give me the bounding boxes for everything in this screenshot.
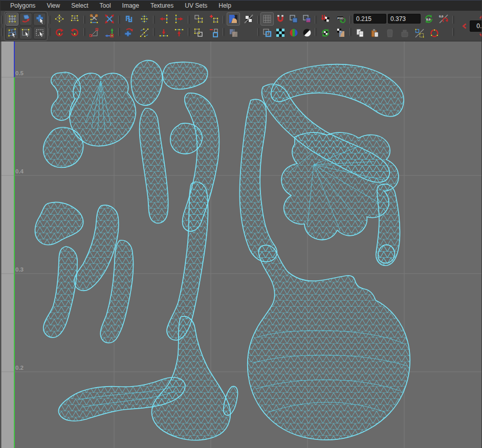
display-distortion-button[interactable] bbox=[300, 12, 314, 26]
align-uvs-down-button[interactable] bbox=[157, 26, 170, 39]
isolate-select-toggle-button[interactable] bbox=[192, 12, 205, 26]
cut-uvs-button[interactable] bbox=[87, 12, 101, 26]
isolate-select-remove-button[interactable] bbox=[207, 26, 221, 39]
paste-uvs-button[interactable] bbox=[368, 27, 382, 40]
toolbar-group-align bbox=[156, 12, 187, 40]
nudge-up-button[interactable] bbox=[476, 13, 482, 21]
isolate-select-add-button[interactable] bbox=[207, 12, 221, 26]
cycle-uvs-button[interactable] bbox=[428, 27, 441, 40]
force-texture-rebake-button[interactable] bbox=[319, 26, 332, 39]
magnet-icon bbox=[275, 14, 286, 24]
menu-help[interactable]: Help bbox=[213, 1, 237, 11]
copy-icon bbox=[355, 28, 365, 38]
uv-editor-canvas[interactable]: 0.50.40.30.2 bbox=[1, 41, 482, 448]
toolbar-group-nudge bbox=[459, 13, 482, 39]
update-psd-icon bbox=[320, 14, 331, 24]
uv-lattice-icon bbox=[7, 14, 17, 24]
menu-view[interactable]: View bbox=[41, 1, 65, 11]
pixel-snap-button[interactable] bbox=[274, 12, 287, 26]
layout-uvs-icon bbox=[124, 14, 134, 24]
update-psd-networks-button[interactable] bbox=[319, 12, 332, 26]
isolate-remove-icon bbox=[209, 28, 219, 38]
toggle-grid-button[interactable] bbox=[260, 12, 274, 26]
layout-uv-shell-button[interactable] bbox=[122, 26, 136, 39]
align-uvs-right-button[interactable] bbox=[172, 12, 186, 26]
split-uvs-button[interactable] bbox=[87, 26, 101, 39]
display-alpha-channel-button[interactable] bbox=[300, 26, 314, 39]
uv-lattice-tweak-tool-button[interactable] bbox=[6, 27, 18, 39]
toolbar-grip[interactable] bbox=[153, 14, 155, 38]
display-rgb-channels-button[interactable] bbox=[287, 26, 300, 39]
toolbar-grip[interactable] bbox=[118, 14, 120, 38]
snap-uvs-to-grid-button[interactable] bbox=[138, 12, 151, 26]
align-uvs-up-button[interactable] bbox=[172, 26, 186, 39]
grid-icon bbox=[262, 14, 272, 24]
v-value-field[interactable] bbox=[388, 14, 421, 24]
layout-uvs-button[interactable] bbox=[122, 12, 136, 26]
split-uvs-icon bbox=[89, 28, 99, 38]
cycle-uvs-icon bbox=[429, 28, 440, 38]
uv-smudge-icon bbox=[21, 14, 31, 24]
menu-image[interactable]: Image bbox=[117, 1, 145, 11]
menu-textures[interactable]: Textures bbox=[145, 1, 179, 11]
select-uv-tool-button[interactable] bbox=[19, 27, 32, 39]
toolbar-grip[interactable] bbox=[315, 14, 317, 38]
align-uvs-left-button[interactable] bbox=[157, 12, 170, 26]
menu-polygons[interactable]: Polygons bbox=[5, 1, 41, 11]
flip-u-button[interactable] bbox=[53, 12, 66, 26]
shade-uvs-button[interactable] bbox=[287, 12, 300, 26]
display-image-toggle-button[interactable] bbox=[227, 12, 240, 26]
menu-select[interactable]: Select bbox=[65, 1, 94, 11]
chevron-up-icon bbox=[478, 13, 482, 20]
refresh-psd-button[interactable]: PSD bbox=[334, 12, 347, 26]
toolbar-grip[interactable] bbox=[83, 14, 85, 38]
checker-tiles-button[interactable] bbox=[274, 26, 287, 39]
flip-v-icon bbox=[70, 14, 80, 24]
dim-image-toggle-button[interactable] bbox=[242, 12, 255, 26]
rotate-cw-icon bbox=[70, 28, 80, 38]
isolate-add-icon bbox=[209, 14, 219, 24]
move-uv-shell-icon bbox=[35, 14, 45, 24]
marquee-select-uv-tool-button[interactable] bbox=[33, 27, 46, 39]
uv-rotate-reset-button[interactable]: 0,0 bbox=[437, 12, 450, 26]
toolbar-grip[interactable] bbox=[257, 14, 259, 38]
chevron-down-icon bbox=[478, 32, 482, 39]
copy-paste-mode-button[interactable] bbox=[413, 27, 426, 40]
toggle-texture-borders-button[interactable] bbox=[260, 26, 274, 39]
v-axis-label: 0.5 bbox=[15, 70, 24, 76]
isolate-select-view-button[interactable] bbox=[192, 26, 205, 39]
sew-uvs-button[interactable] bbox=[103, 12, 116, 26]
toolbar-group-layout bbox=[121, 12, 152, 40]
copy-uvs-button[interactable] bbox=[354, 27, 367, 40]
u-value-field[interactable] bbox=[354, 14, 386, 24]
uv-canvas-svg[interactable]: 0.50.40.30.2 bbox=[1, 41, 482, 448]
move-uv-shell-tool-button[interactable] bbox=[33, 13, 46, 26]
flip-v-button[interactable] bbox=[68, 12, 81, 26]
toolbar-grip[interactable] bbox=[49, 14, 51, 38]
layout-shell-icon bbox=[124, 28, 134, 38]
nudge-step-field[interactable] bbox=[470, 20, 482, 32]
toolbar-grip[interactable] bbox=[1, 14, 3, 38]
toolbar-grip[interactable] bbox=[349, 14, 352, 38]
rotate-uvs-ccw-button[interactable] bbox=[53, 26, 66, 39]
menu-tool[interactable]: Tool bbox=[94, 1, 117, 11]
toolbar-grip[interactable] bbox=[188, 14, 190, 38]
nudge-down-button[interactable] bbox=[476, 31, 482, 39]
marquee-select-icon bbox=[35, 28, 45, 38]
uv-lattice-tool-button[interactable] bbox=[6, 13, 18, 26]
unfold-uvs-button[interactable] bbox=[138, 26, 151, 39]
paste-icon bbox=[370, 28, 380, 38]
uv-smudge-tool-button[interactable] bbox=[19, 13, 32, 26]
refresh-uv-values-button[interactable]: 0,0 bbox=[422, 12, 435, 26]
move-and-sew-uvs-button[interactable] bbox=[103, 26, 116, 39]
toolbar-grip[interactable] bbox=[223, 14, 225, 38]
menu-uv-sets[interactable]: UV Sets bbox=[179, 1, 213, 11]
toolbar-group-psd: PSD bbox=[318, 12, 348, 40]
toggle-filtered-image-button[interactable] bbox=[227, 26, 240, 39]
sew-arrows-icon bbox=[104, 14, 115, 24]
rotate-uvs-cw-button[interactable] bbox=[68, 26, 81, 39]
alpha-channel-icon bbox=[302, 28, 312, 38]
toolbar-grip[interactable] bbox=[452, 14, 454, 38]
rotate-ccw-icon bbox=[54, 28, 64, 38]
use-image-ratio-button[interactable] bbox=[334, 26, 347, 39]
